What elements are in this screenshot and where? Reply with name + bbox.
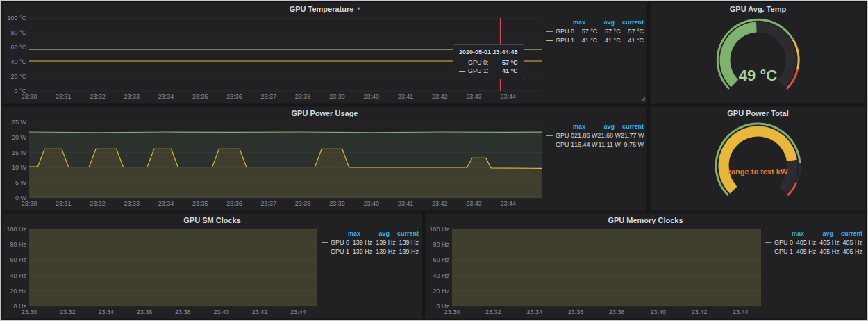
legend-value: 57 °C xyxy=(621,27,644,36)
legend-series-name[interactable]: —GPU 0 xyxy=(322,238,349,247)
legend-value: 405 Hz xyxy=(793,247,816,256)
panel-gpu-avg-temp: GPU Avg. Temp 49 °C xyxy=(650,2,866,104)
svg-text:20 Hz: 20 Hz xyxy=(433,288,449,295)
legend-series-name[interactable]: —GPU 1 xyxy=(765,247,793,256)
svg-text:23:34: 23:34 xyxy=(158,200,174,207)
svg-text:23:32: 23:32 xyxy=(90,200,106,207)
panel-title-gpu-power-total[interactable]: GPU Power Total xyxy=(651,107,865,119)
gauge-value: 49 °C xyxy=(651,67,865,85)
series-color-swatch: — xyxy=(765,247,771,256)
svg-text:23:32: 23:32 xyxy=(485,308,501,315)
svg-text:23:42: 23:42 xyxy=(692,308,708,315)
legend-header-avg[interactable]: avg xyxy=(804,229,833,238)
legend-header-row: maxavgcurrent xyxy=(546,18,644,27)
series-color-swatch: — xyxy=(546,27,553,36)
svg-text:23:43: 23:43 xyxy=(466,200,482,207)
svg-text:23:44: 23:44 xyxy=(500,200,516,207)
legend-value: 41 °C xyxy=(597,36,620,45)
panel-gpu-power-total: GPU Power Total range to text kW xyxy=(650,106,866,211)
legend-value: 21.86 W xyxy=(574,131,598,140)
legend-series-name[interactable]: —GPU 1 xyxy=(322,247,349,256)
legend-series-name[interactable]: —GPU 1 xyxy=(546,36,574,45)
panel-gpu-sm-clocks: GPU SM Clocks 23:3023:3223:3423:3623:382… xyxy=(2,213,422,319)
panel-title-gpu-memory-clocks[interactable]: GPU Memory Clocks xyxy=(426,214,865,226)
svg-text:23:38: 23:38 xyxy=(295,93,311,100)
legend-value: 57 °C xyxy=(597,27,620,36)
gpu-sm-clocks-chart[interactable]: 23:3023:3223:3423:3623:3823:4023:4223:44… xyxy=(6,226,322,317)
legend-header-current[interactable]: current xyxy=(833,229,862,238)
legend-value: 405 Hz xyxy=(816,238,839,247)
legend-header-max[interactable]: max xyxy=(556,122,585,131)
svg-text:23:38: 23:38 xyxy=(175,308,191,315)
dashboard-row-3: GPU SM Clocks 23:3023:3223:3423:3623:382… xyxy=(2,213,866,319)
tooltip-row: — GPU 1: 41 °C xyxy=(459,67,518,75)
tooltip-row: — GPU 0: 57 °C xyxy=(459,58,518,67)
panel-title-gpu-sm-clocks[interactable]: GPU SM Clocks xyxy=(3,214,422,226)
gpu-power-usage-legend: maxavgcurrent—GPU 021.86 W21.68 W21.77 W… xyxy=(546,119,644,208)
chart-tooltip: 2020-05-01 23:44:48 — GPU 0: 57 °C — GPU… xyxy=(453,44,524,79)
legend-row: —GPU 057 °C57 °C57 °C xyxy=(546,27,644,36)
legend-header-max[interactable]: max xyxy=(331,229,360,238)
svg-text:60 Hz: 60 Hz xyxy=(433,256,449,263)
legend-header-max[interactable]: max xyxy=(775,229,804,238)
svg-text:20 °C: 20 °C xyxy=(10,73,26,80)
svg-text:15 W: 15 W xyxy=(12,149,27,156)
svg-text:23:42: 23:42 xyxy=(252,308,268,315)
svg-text:23:31: 23:31 xyxy=(56,93,72,100)
svg-text:0 W: 0 W xyxy=(15,195,27,201)
panel-title-gpu-power-usage[interactable]: GPU Power Usage xyxy=(3,107,646,119)
svg-text:100 °C: 100 °C xyxy=(7,15,26,22)
tooltip-series-value: 57 °C xyxy=(496,59,518,66)
svg-text:23:36: 23:36 xyxy=(226,200,242,207)
svg-text:23:40: 23:40 xyxy=(363,200,379,207)
panel-resize-handle[interactable] xyxy=(640,97,645,101)
svg-text:23:33: 23:33 xyxy=(124,200,140,207)
svg-text:23:44: 23:44 xyxy=(290,308,306,315)
svg-text:23:33: 23:33 xyxy=(124,93,140,100)
svg-text:0 °C: 0 °C xyxy=(14,88,26,94)
svg-text:5 W: 5 W xyxy=(15,179,27,186)
legend-header-max[interactable]: max xyxy=(556,18,585,27)
tooltip-series-name: GPU 0: xyxy=(468,59,489,66)
legend-row: —GPU 141 °C41 °C41 °C xyxy=(546,36,644,45)
legend-row: —GPU 1139 Hz139 Hz139 Hz xyxy=(322,247,419,256)
panel-title-text: GPU Power Total xyxy=(727,109,788,117)
legend-value: 11.11 W xyxy=(598,140,621,149)
svg-text:23:43: 23:43 xyxy=(466,93,482,100)
legend-header-current[interactable]: current xyxy=(615,122,644,131)
legend-value: 139 Hz xyxy=(349,238,372,247)
panel-title-text: GPU Memory Clocks xyxy=(608,216,683,224)
svg-text:0 Hz: 0 Hz xyxy=(436,303,449,310)
gpu-memory-clocks-chart[interactable]: 23:3023:3223:3423:3623:3823:4023:4223:44… xyxy=(428,226,765,317)
svg-text:23:36: 23:36 xyxy=(226,93,242,100)
svg-text:23:34: 23:34 xyxy=(98,308,114,315)
legend-value: 41 °C xyxy=(621,36,644,45)
svg-text:23:39: 23:39 xyxy=(329,200,345,207)
tooltip-series-value: 41 °C xyxy=(496,67,518,74)
gpu-power-usage-chart[interactable]: 23:3023:3123:3223:3323:3423:3523:3623:37… xyxy=(6,119,546,208)
legend-value: 41 °C xyxy=(574,36,597,45)
legend-header-current[interactable]: current xyxy=(615,18,644,27)
legend-header-current[interactable]: current xyxy=(390,229,419,238)
legend-value: 405 Hz xyxy=(816,247,839,256)
panel-title-gpu-temperature[interactable]: GPU Temperature ▾ xyxy=(3,3,646,15)
svg-text:40 Hz: 40 Hz xyxy=(10,272,26,279)
panel-title-gpu-avg-temp[interactable]: GPU Avg. Temp xyxy=(651,3,865,15)
legend-value: 139 Hz xyxy=(349,247,372,256)
gpu-memory-clocks-legend: maxavgcurrent—GPU 0405 Hz405 Hz405 Hz—GP… xyxy=(765,226,862,317)
svg-text:23:42: 23:42 xyxy=(432,93,448,100)
legend-header-avg[interactable]: avg xyxy=(585,122,615,131)
legend-series-name[interactable]: —GPU 1 xyxy=(546,140,574,149)
svg-text:23:41: 23:41 xyxy=(398,93,414,100)
legend-series-name[interactable]: —GPU 0 xyxy=(546,27,574,36)
series-color-swatch: — xyxy=(546,140,553,149)
tooltip-timestamp: 2020-05-01 23:44:48 xyxy=(459,49,518,56)
chevron-down-icon[interactable]: ▾ xyxy=(357,6,360,12)
legend-header-avg[interactable]: avg xyxy=(360,229,390,238)
legend-series-name[interactable]: —GPU 0 xyxy=(765,238,793,247)
legend-header-row: maxavgcurrent xyxy=(765,229,862,238)
dashboard: GPU Temperature ▾ 23:3023:3123:3223:3323… xyxy=(0,0,868,321)
legend-series-name[interactable]: —GPU 0 xyxy=(546,131,574,140)
legend-value: 405 Hz xyxy=(840,247,862,256)
legend-header-avg[interactable]: avg xyxy=(585,18,615,27)
